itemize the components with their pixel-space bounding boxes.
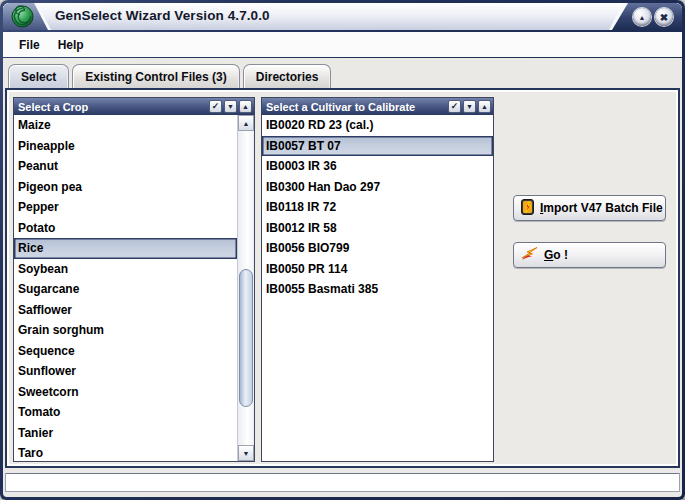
cultivar-list-title: Select a Cultivar to Calibrate: [266, 101, 448, 113]
menu-item[interactable]: Help: [49, 36, 93, 54]
crop-dropdown-button[interactable]: ▼: [224, 100, 237, 113]
scroll-up-icon: ▲: [243, 120, 250, 127]
list-item[interactable]: Sugarcane: [14, 279, 237, 300]
chevron-up-icon: ▲: [242, 103, 249, 110]
cultivar-collapse-button[interactable]: ▲: [478, 100, 491, 113]
cultivar-list-body: IB0020 RD 23 (cal.) IB0057 BT 07 IB0003 …: [262, 115, 493, 461]
list-item[interactable]: Sweetcorn: [14, 382, 237, 403]
list-item[interactable]: Pigeon pea: [14, 177, 237, 198]
import-button-label: Import V47 Batch File: [540, 201, 663, 215]
scroll-up-button[interactable]: ▲: [238, 115, 254, 131]
list-item[interactable]: Safflower: [14, 300, 237, 321]
check-icon: ✓: [451, 102, 459, 111]
go-button[interactable]: Go !: [513, 242, 666, 268]
actions-area: Import V47 Batch File Go !: [500, 97, 674, 462]
list-item[interactable]: Tomato: [14, 402, 237, 423]
list-item[interactable]: IB0020 RD 23 (cal.): [262, 115, 493, 136]
list-item[interactable]: Sunflower: [14, 361, 237, 382]
tab-bar: Select Existing Control Files (3) Direct…: [8, 62, 334, 88]
list-item[interactable]: Grain sorghum: [14, 320, 237, 341]
chevron-up-icon: ▲: [481, 103, 488, 110]
cultivar-list-rows: IB0020 RD 23 (cal.) IB0057 BT 07 IB0003 …: [262, 115, 493, 461]
crop-list-scrollbar[interactable]: ▲ ▼: [237, 115, 254, 461]
list-item[interactable]: Tanier: [14, 423, 237, 444]
import-v47-batch-file-button[interactable]: Import V47 Batch File: [513, 195, 666, 221]
list-item[interactable]: Peanut: [14, 156, 237, 177]
window-title: GenSelect Wizard Version 4.7.0.0: [55, 8, 270, 23]
chevron-down-icon: ▼: [227, 103, 234, 110]
work-area: Select Existing Control Files (3) Direct…: [3, 58, 682, 497]
minimize-button[interactable]: ▲: [633, 8, 651, 26]
scroll-down-icon: ▼: [243, 450, 250, 457]
list-item[interactable]: Sequence: [14, 341, 237, 362]
go-button-label: Go !: [544, 248, 568, 262]
tab[interactable]: Select: [8, 64, 69, 88]
close-button[interactable]: ✖: [655, 8, 673, 26]
cultivar-select-all-button[interactable]: ✓: [448, 100, 461, 113]
menu-item[interactable]: File: [10, 36, 49, 54]
app-window: GenSelect Wizard Version 4.7.0.0 ▲ ✖ Fil…: [0, 0, 685, 500]
list-item[interactable]: IB0057 BT 07: [262, 136, 493, 157]
tab[interactable]: Existing Control Files (3): [72, 64, 239, 88]
list-item[interactable]: IB0118 IR 72: [262, 197, 493, 218]
list-item[interactable]: Pepper: [14, 197, 237, 218]
crop-list-rows: Maize Pineapple Peanut Pigeon pea Pepper…: [14, 115, 237, 461]
minimize-icon: ▲: [639, 14, 646, 21]
scrollbar-track[interactable]: [238, 131, 254, 445]
list-item[interactable]: Potato: [14, 218, 237, 239]
list-item[interactable]: Rice: [14, 238, 237, 259]
app-logo-icon: [11, 5, 34, 30]
crop-list-title: Select a Crop: [18, 101, 209, 113]
check-icon: ✓: [212, 102, 220, 111]
list-item[interactable]: IB0056 BIO799: [262, 238, 493, 259]
list-item[interactable]: Taro: [14, 443, 237, 461]
list-item[interactable]: IB0055 Basmati 385: [262, 279, 493, 300]
select-tab-panel: Select a Crop ✓ ▼ ▲ Maize Pineapple Pean…: [5, 88, 680, 468]
list-item[interactable]: Pineapple: [14, 136, 237, 157]
import-icon: [521, 199, 534, 218]
list-item[interactable]: IB0050 PR 114: [262, 259, 493, 280]
status-bar: [5, 473, 680, 492]
menu-bar: File Help: [3, 32, 682, 57]
title-bar: GenSelect Wizard Version 4.7.0.0 ▲ ✖: [3, 3, 682, 30]
crop-collapse-button[interactable]: ▲: [239, 100, 252, 113]
cultivar-dropdown-button[interactable]: ▼: [463, 100, 476, 113]
list-item[interactable]: IB0012 IR 58: [262, 218, 493, 239]
list-item[interactable]: IB0003 IR 36: [262, 156, 493, 177]
tab[interactable]: Directories: [243, 64, 332, 88]
crop-list-body: Maize Pineapple Peanut Pigeon pea Pepper…: [14, 115, 254, 461]
list-item[interactable]: IB0300 Han Dao 297: [262, 177, 493, 198]
list-item[interactable]: Soybean: [14, 259, 237, 280]
lightning-icon: [521, 247, 538, 264]
cultivar-list-header: Select a Cultivar to Calibrate ✓ ▼ ▲: [262, 98, 493, 115]
chevron-down-icon: ▼: [466, 103, 473, 110]
crop-listbox: Select a Crop ✓ ▼ ▲ Maize Pineapple Pean…: [13, 97, 255, 462]
scrollbar-thumb[interactable]: [239, 269, 253, 407]
list-item[interactable]: Maize: [14, 115, 237, 136]
cultivar-listbox: Select a Cultivar to Calibrate ✓ ▼ ▲ IB0…: [261, 97, 494, 462]
scroll-down-button[interactable]: ▼: [238, 445, 254, 461]
crop-list-header: Select a Crop ✓ ▼ ▲: [14, 98, 254, 115]
close-icon: ✖: [660, 12, 668, 23]
crop-select-all-button[interactable]: ✓: [209, 100, 222, 113]
